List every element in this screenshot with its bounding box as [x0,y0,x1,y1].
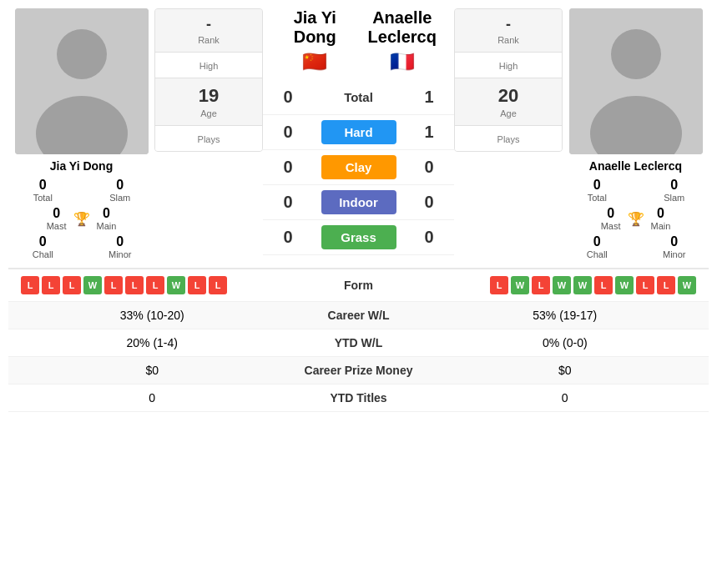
p1-header-flag: 🇨🇳 [271,50,359,73]
grass-badge: Grass [321,225,396,249]
prize-label: Career Prize Money [284,364,434,377]
player1-name: Jia Yi Dong [50,159,113,173]
player2-mast-block: 0 Mast [601,206,621,231]
player1-trophy-row: 0 Mast 🏆 0 Main [8,206,154,231]
player1-rank-label: Rank [164,35,254,45]
form-badge: W [511,276,529,294]
player2-chall-block: 0 Chall [563,234,632,259]
player2-minor-value: 0 [640,234,709,249]
player2-rank-label: Rank [463,35,553,45]
player2-stats: 0 Total 0 Slam 0 Mast 🏆 0 Main [563,178,709,259]
total-score-p1: 0 [275,88,300,107]
player2-name: Anaelle Leclercq [589,159,682,173]
player1-age-row: 19 Age [155,78,262,126]
form-row: LLLWLLLWLL Form LWLWWLWLLW [8,269,709,302]
player1-stats-panel: - Rank High 19 Age Plays [154,8,263,152]
svg-point-4 [611,29,661,79]
player2-high-label: High [463,61,553,71]
total-label: Total [321,85,396,109]
form-badge: W [573,276,592,294]
player2-stats-panel: - Rank High 20 Age Plays [454,8,563,152]
prize-row: $0 Career Prize Money $0 [8,357,709,384]
p2-header-name: Anaelle Leclercq [359,8,447,47]
hard-score-p1: 0 [275,123,300,142]
titles-row: 0 YTD Titles 0 [8,384,709,412]
player1-chall-block: 0 Chall [8,234,78,259]
player1-age-label: Age [164,108,254,118]
p1-titles: 0 [21,391,284,405]
player1-chall-value: 0 [8,234,78,249]
player2-rank-row: - Rank [455,9,562,53]
form-section: LLLWLLLWLL Form LWLWWLWLLW 33% (10-20) C… [8,268,709,412]
total-score-p2: 1 [417,88,442,107]
player2-age-row: 20 Age [455,78,562,126]
p2-prize: $0 [434,364,697,377]
p2-career: 53% (19-17) [434,309,697,322]
hard-badge: Hard [321,120,396,144]
ytd-row: 20% (1-4) YTD W/L 0% (0-0) [8,329,709,357]
p1-prize: $0 [21,364,284,377]
form-badge: W [167,276,185,294]
player1-avatar [15,8,149,154]
player2-trophy-row: 0 Mast 🏆 0 Main [563,206,709,231]
form-badge: L [188,276,206,294]
player1-total-block: 0 Total [8,178,78,203]
center-scores: Jia Yi Dong 🇨🇳 Anaelle Leclercq 🇫🇷 0 Tot… [263,8,454,255]
main-container: Jia Yi Dong 0 Total 0 Slam 0 Mast 🏆 [0,0,717,420]
player2-main-block: 0 Main [651,206,671,231]
score-row-hard: 0 Hard 1 [263,115,454,150]
player2-mast-value: 0 [601,206,621,221]
form-badge: L [104,276,123,294]
player1-stats: 0 Total 0 Slam 0 Mast 🏆 0 Main [8,178,154,259]
player2-avatar [569,8,703,154]
form-label: Form [284,279,434,292]
form-badge: L [21,276,39,294]
form-badge: W [615,276,634,294]
ytd-label: YTD W/L [284,336,434,349]
player1-rank-value: - [164,16,254,33]
player2-section: Anaelle Leclercq 0 Total 0 Slam 0 Mast 🏆 [563,8,709,259]
player1-mast-block: 0 Mast [47,206,67,231]
player1-plays-row: Plays [155,126,262,151]
p2-titles: 0 [434,391,697,405]
clay-score-p1: 0 [275,158,300,177]
player1-minor-value: 0 [86,234,155,249]
player1-main-value: 0 [97,206,117,221]
p1-ytd: 20% (1-4) [21,336,284,349]
players-section: Jia Yi Dong 0 Total 0 Slam 0 Mast 🏆 [8,8,709,259]
player1-age-value: 19 [164,85,254,107]
player2-age-value: 20 [463,85,553,107]
p2-form-badges: LWLWWLWLLW [434,276,697,294]
p2-header-flag: 🇫🇷 [359,50,447,73]
player1-plays-label: Plays [164,134,254,144]
form-badge: L [532,276,550,294]
player2-plays-row: Plays [455,126,562,151]
form-badge: L [42,276,60,294]
form-badge: L [490,276,508,294]
trophy-icon-p1: 🏆 [73,211,90,227]
score-row-clay: 0 Clay 0 [263,150,454,185]
player1-slam-value: 0 [86,178,155,193]
form-badge: W [678,276,696,294]
p1-header-name: Jia Yi Dong [271,8,359,47]
indoor-badge: Indoor [321,190,396,214]
form-badge: W [553,276,571,294]
clay-badge: Clay [321,155,396,179]
player2-slam-block: 0 Slam [640,178,709,203]
form-badge: L [63,276,81,294]
player1-total-value: 0 [8,178,78,193]
form-badge: L [594,276,613,294]
form-badge: L [146,276,164,294]
player1-mast-value: 0 [47,206,67,221]
p1-career: 33% (10-20) [21,309,284,322]
indoor-score-p2: 0 [417,193,442,212]
p1-form-badges: LLLWLLLWLL [21,276,284,294]
player2-total-value: 0 [563,178,632,193]
player1-slam-block: 0 Slam [86,178,155,203]
career-row: 33% (10-20) Career W/L 53% (19-17) [8,302,709,329]
player1-high-label: High [164,61,254,71]
trophy-icon-p2: 🏆 [628,211,644,227]
player1-rank-row: - Rank [155,9,262,53]
player1-minor-block: 0 Minor [86,234,155,259]
player2-total-block: 0 Total [563,178,632,203]
